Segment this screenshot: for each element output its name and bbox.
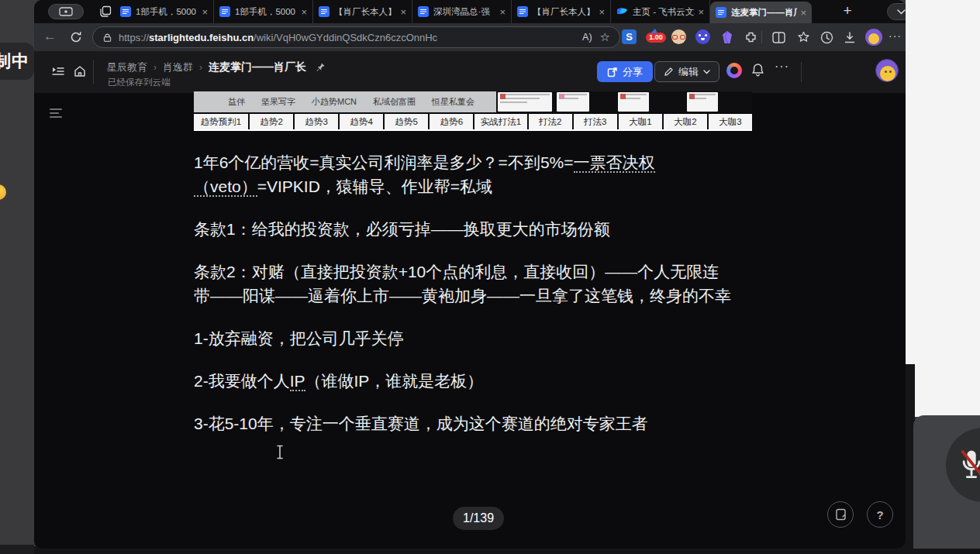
- read-aloud-icon[interactable]: A): [582, 32, 592, 43]
- collections-star-icon[interactable]: [795, 29, 811, 45]
- doc-paragraph: 1-放弃融资，把公司几乎关停: [194, 326, 755, 350]
- floating-avatar-dot[interactable]: [0, 184, 6, 200]
- save-status: 已经保存到云端: [108, 77, 171, 88]
- mic-muted-icon: [958, 448, 980, 482]
- tab-close-icon[interactable]: ×: [202, 7, 208, 17]
- edit-button[interactable]: 编辑: [654, 61, 719, 82]
- help-button[interactable]: ?: [867, 501, 893, 528]
- doc-banner-image[interactable]: 益伴坚果写字小趋势MCN私域创富圈恒星私董会 趋势预判1趋势2趋势3趋势4趋势5…: [194, 91, 752, 132]
- extension-glasses-face-icon[interactable]: [671, 29, 686, 44]
- extension-price-badge[interactable]: 1.00: [646, 33, 666, 43]
- browser-tab[interactable]: 【肖厂长本人】×: [512, 0, 611, 23]
- breadcrumb-item[interactable]: 星辰教育: [107, 60, 147, 74]
- pencil-icon: [664, 67, 674, 77]
- doc-outline-icon[interactable]: [50, 108, 62, 118]
- tab-close-icon[interactable]: ×: [800, 8, 806, 18]
- refresh-button[interactable]: [70, 31, 82, 46]
- feishu-doc-icon: [319, 6, 330, 17]
- new-tab-button[interactable]: +: [837, 1, 858, 21]
- breadcrumb-separator: ›: [154, 62, 157, 73]
- banner-tab-cell[interactable]: 大咖3: [709, 114, 752, 129]
- toolbar-divider: [761, 31, 762, 43]
- sidebar-toggle-icon[interactable]: [51, 65, 65, 81]
- browser-tab[interactable]: 深圳湾晶总·强×: [412, 0, 512, 23]
- home-icon[interactable]: [73, 64, 87, 81]
- breadcrumb: 星辰教育 › 肖逸群 › 连麦掌门——肖厂长: [107, 60, 326, 74]
- edit-label: 编辑: [678, 65, 699, 79]
- notifications-bell-icon[interactable]: [751, 63, 764, 80]
- browser-tab[interactable]: 1部手机，5000×: [214, 0, 313, 23]
- doc-line: 1年6个亿的营收=真实公司利润率是多少？=不到5%=一票否决权: [194, 150, 755, 174]
- feishu-doc-icon: [716, 7, 726, 18]
- tab-label: 1部手机，5000: [235, 6, 298, 18]
- banner-tab-cell[interactable]: 趋势5: [385, 114, 428, 129]
- browser-tab[interactable]: 1部手机，5000×: [115, 0, 214, 23]
- browser-tab[interactable]: 【肖厂长本人】×: [313, 0, 412, 23]
- pin-icon[interactable]: [316, 62, 326, 73]
- tab-close-icon[interactable]: ×: [698, 7, 704, 17]
- extension-obsidian-icon[interactable]: [719, 29, 735, 45]
- doc-text: （veto）: [194, 177, 257, 197]
- doc-text: 条款1：给我的投资款，必须亏掉——换取更大的市场份额: [194, 220, 610, 238]
- feishu-doc-icon: [219, 6, 230, 17]
- tab-list-dropdown[interactable]: [887, 3, 906, 20]
- banner-tab-cell[interactable]: 趋势2: [250, 114, 293, 129]
- browser-window: 1部手机，5000×1部手机，5000×【肖厂长本人】×深圳湾晶总·强×【肖厂长…: [34, 0, 906, 549]
- status-ring-icon[interactable]: [726, 63, 742, 78]
- browser-tab[interactable]: 主页 - 飞书云文档×: [611, 0, 710, 23]
- mic-muted-button[interactable]: [946, 428, 980, 502]
- banner-tab-cell[interactable]: 大咖2: [664, 114, 707, 129]
- user-avatar[interactable]: [875, 59, 899, 82]
- extension-dark-face-icon[interactable]: [695, 29, 710, 44]
- tab-close-icon[interactable]: ×: [400, 7, 406, 17]
- page-indicator-label: 1/139: [463, 511, 494, 525]
- doc-text: （谁做IP，谁就是老板）: [305, 372, 484, 390]
- downloads-icon[interactable]: [842, 29, 858, 45]
- banner-tab-cell[interactable]: 趋势预判1: [194, 114, 248, 129]
- history-icon[interactable]: [819, 29, 834, 45]
- doc-body: 1年6个亿的营收=真实公司利润率是多少？=不到5%=一票否决权（veto）=VI…: [194, 150, 755, 454]
- tab-strip: 1部手机，5000×1部手机，5000×【肖厂长本人】×深圳湾晶总·强×【肖厂长…: [115, 0, 812, 23]
- extensions-puzzle-icon[interactable]: [743, 29, 758, 45]
- doc-line: （veto）=VIPKID，猿辅导、作业帮=私域: [194, 174, 755, 198]
- feishu-doc-icon: [120, 6, 131, 17]
- banner-tab-cell[interactable]: 趋势6: [430, 114, 473, 129]
- tab-close-icon[interactable]: ×: [499, 7, 506, 17]
- recording-indicator[interactable]: 录制中: [0, 43, 34, 80]
- tab-collections-icon[interactable]: [99, 5, 112, 21]
- doc-line: 1-放弃融资，把公司几乎关停: [194, 326, 755, 350]
- banner-tab-row: 趋势预判1趋势2趋势3趋势4趋势5趋势6实战打法1打法2打法3大咖1大咖2大咖3: [194, 114, 752, 131]
- more-options-icon[interactable]: ···: [775, 60, 789, 74]
- browser-profile-avatar[interactable]: [865, 29, 882, 46]
- doc-line: 条款2：对赌（直接把投资款+10个点的利息，直接收回）——个人无限连: [194, 260, 755, 284]
- tab-close-icon[interactable]: ×: [599, 7, 605, 17]
- banner-tab-cell[interactable]: 打法2: [529, 114, 572, 129]
- address-bar[interactable]: https://starlightedu.feishu.cn/wiki/VqH0…: [92, 26, 620, 48]
- chevron-down-icon: [897, 9, 906, 15]
- tab-close-icon[interactable]: ×: [301, 7, 307, 17]
- banner-label-row: 益伴坚果写字小趋势MCN私域创富圈恒星私董会: [194, 91, 496, 112]
- extension-s-icon[interactable]: S: [622, 29, 637, 44]
- screen-share-pill[interactable]: [48, 4, 84, 19]
- banner-card-thumbnail: [498, 92, 552, 112]
- notes-button[interactable]: [827, 501, 854, 528]
- browser-tab[interactable]: 连麦掌门——肖厂×: [710, 2, 812, 23]
- header-divider: [801, 62, 802, 82]
- share-button[interactable]: 分享: [597, 61, 653, 82]
- favorite-star-icon[interactable]: ☆: [600, 30, 610, 44]
- doc-text: 带——阳谋——逼着你上市——黄袍加身——一旦拿了这笔钱，终身的不幸: [194, 287, 731, 305]
- banner-tab-cell[interactable]: 打法3: [574, 114, 617, 129]
- browser-menu-icon[interactable]: ···: [889, 29, 902, 42]
- breadcrumb-item[interactable]: 肖逸群: [163, 60, 193, 74]
- background-window: [906, 0, 980, 417]
- banner-tab-cell[interactable]: 趋势3: [295, 114, 338, 129]
- back-button[interactable]: ←: [43, 29, 57, 44]
- url-scheme: https://: [119, 32, 149, 43]
- banner-tab-cell[interactable]: 实战打法1: [474, 114, 526, 129]
- banner-tab-cell[interactable]: 大咖1: [619, 114, 662, 129]
- lock-icon[interactable]: [102, 33, 112, 43]
- banner-card-thumbnail: [557, 92, 589, 112]
- share-icon: [607, 67, 618, 77]
- banner-tab-cell[interactable]: 趋势4: [340, 114, 383, 129]
- split-screen-icon[interactable]: [771, 29, 786, 45]
